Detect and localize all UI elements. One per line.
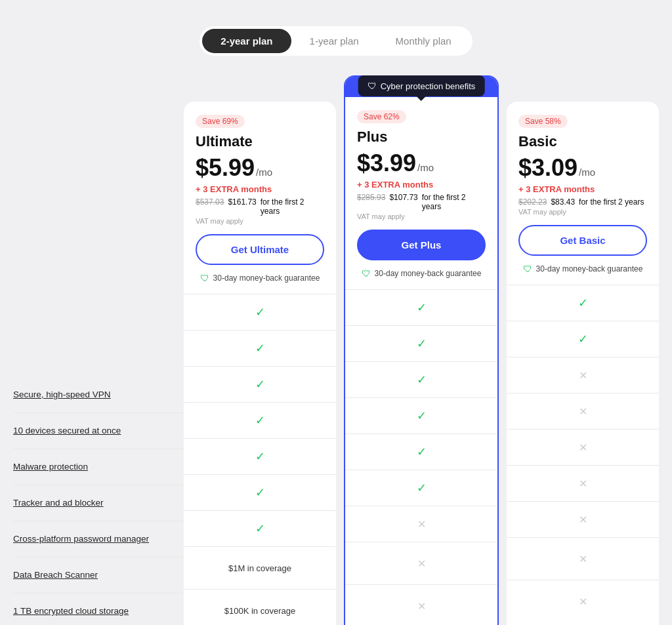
save-badge-ultimate: Save 69% <box>196 115 245 128</box>
shield-green-icon-plus: 🛡 <box>362 268 371 279</box>
feature-label-vpn[interactable]: Secure, high-speed VPN <box>13 389 111 401</box>
get-ultimate-button[interactable]: Get Ultimate <box>196 234 324 265</box>
check-icon: ✓ <box>417 336 427 351</box>
check-icon: ✓ <box>578 332 588 346</box>
cross-icon: ✕ <box>417 518 426 531</box>
plan-card-plus: Most popular Save 62% Plus $3.99 /mo + 3… <box>344 75 499 625</box>
price-dollar-basic: $3.09 <box>518 154 578 182</box>
price-dollar-plus: $3.99 <box>357 150 416 177</box>
feature-label-cloud[interactable]: 1 TB encrypted cloud storage <box>13 605 129 617</box>
money-back-text-ultimate: 30-day money-back guarantee <box>213 273 320 283</box>
price-total-label-basic: for the first 2 years <box>579 197 644 207</box>
price-mo-ultimate: /mo <box>256 167 272 178</box>
price-original-plus: $285.93 <box>357 193 385 202</box>
plan-name-plus: Plus <box>357 129 486 146</box>
check-icon: ✓ <box>578 296 588 310</box>
feature-label-breach[interactable]: Data Breach Scanner <box>13 569 98 581</box>
money-back-plus: 🛡 30-day money-back guarantee <box>357 268 486 279</box>
cross-icon: ✕ <box>579 595 587 608</box>
plan-tabs: 2-year plan 1-year plan Monthly plan <box>13 26 659 56</box>
plan-features-ultimate: ✓ ✓ ✓ ✓ ✓ ✓ ✓ $1M in coverage $100K in c… <box>184 294 336 625</box>
get-plus-button[interactable]: Get Plus <box>357 230 486 260</box>
check-icon: ✓ <box>255 377 265 392</box>
cross-icon: ✕ <box>579 553 587 565</box>
price-line-plus: $285.93 $107.73 for the first 2 years <box>357 193 486 211</box>
feature-password-plus: ✓ <box>345 433 497 470</box>
price-dollar-ultimate: $5.99 <box>196 154 255 182</box>
feature-password-basic: ✕ <box>507 429 659 465</box>
plan-name-ultimate: Ultimate <box>196 133 324 150</box>
get-basic-button[interactable]: Get Basic <box>518 225 647 256</box>
plan-body-basic: Save 58% Basic $3.09 /mo + 3 EXTRA month… <box>507 102 659 285</box>
feature-label-devices[interactable]: 10 devices secured at once <box>13 425 121 437</box>
price-total-basic: $83.43 <box>551 197 575 207</box>
money-back-text-basic: 30-day money-back guarantee <box>536 264 643 273</box>
feature-malware-plus: ✓ <box>345 361 497 397</box>
pricing-container: 2-year plan 1-year plan Monthly plan Sec… <box>13 13 659 625</box>
plan-features-plus: ✓ ✓ ✓ ✓ ✓ ✓ ✕ ✕ ✕ <box>345 289 497 625</box>
plans-area: 🛡 Cyber protection benefits Save 69% Ult… <box>184 75 659 625</box>
feature-row-devices: 10 devices secured at once <box>13 413 184 449</box>
price-total-label-plus: for the first 2 years <box>422 193 486 211</box>
plan-name-basic: Basic <box>518 133 647 150</box>
price-original-ultimate: $537.03 <box>196 197 224 207</box>
plan-features-basic: ✓ ✓ ✕ ✕ ✕ ✕ ✕ ✕ ✕ <box>507 285 659 622</box>
feature-extortion-plus: ✕ <box>345 584 497 625</box>
feature-malware-basic: ✕ <box>507 357 659 393</box>
feature-row-tracker: Tracker and ad blocker <box>13 485 184 521</box>
pricing-area: Secure, high-speed VPN 10 devices secure… <box>13 75 659 625</box>
cross-icon: ✕ <box>417 600 426 613</box>
check-icon: ✓ <box>417 445 427 459</box>
cross-icon: ✕ <box>579 441 587 454</box>
feature-identity-plus: ✕ <box>345 542 497 584</box>
feature-tracker-basic: ✕ <box>507 393 659 429</box>
feature-row-breach: Data Breach Scanner <box>13 557 184 594</box>
feature-label-tracker[interactable]: Tracker and ad blocker <box>13 497 104 509</box>
tab-2year[interactable]: 2-year plan <box>202 29 291 53</box>
tab-1year[interactable]: 1-year plan <box>291 29 377 53</box>
feature-identity-basic: ✕ <box>507 537 659 580</box>
check-icon: ✓ <box>255 449 265 464</box>
price-total-label-ultimate: for the first 2 years <box>261 197 324 216</box>
feature-devices-plus: ✓ <box>345 325 497 361</box>
cross-icon: ✕ <box>579 405 587 418</box>
price-original-basic: $202.23 <box>518 197 547 207</box>
feature-label-malware[interactable]: Malware protection <box>13 461 88 473</box>
feature-malware-ultimate: ✓ <box>184 366 336 402</box>
shield-green-icon-basic: 🛡 <box>523 264 532 274</box>
save-badge-plus: Save 62% <box>357 110 406 123</box>
check-icon: ✓ <box>255 485 265 500</box>
feature-tracker-plus: ✓ <box>345 397 497 433</box>
plan-price-ultimate: $5.99 /mo <box>196 154 324 182</box>
plan-body-ultimate: Save 69% Ultimate $5.99 /mo + 3 EXTRA mo… <box>184 102 336 294</box>
tab-wrapper: 2-year plan 1-year plan Monthly plan <box>200 26 472 56</box>
plan-card-ultimate: Save 69% Ultimate $5.99 /mo + 3 EXTRA mo… <box>184 102 336 625</box>
feature-tracker-ultimate: ✓ <box>184 402 336 438</box>
check-icon: ✓ <box>255 305 265 319</box>
cross-icon: ✕ <box>417 557 426 570</box>
tooltip-shield-icon: 🛡 <box>368 81 377 91</box>
cross-icon: ✕ <box>579 369 587 382</box>
tab-monthly[interactable]: Monthly plan <box>377 29 470 53</box>
feature-extortion-ultimate: $100K in coverage <box>184 589 336 625</box>
feature-label-password[interactable]: Cross-platform password manager <box>13 533 149 545</box>
feature-devices-basic: ✓ <box>507 321 659 357</box>
feature-row-password: Cross-platform password manager <box>13 521 184 557</box>
feature-devices-ultimate: ✓ <box>184 330 336 366</box>
price-mo-basic: /mo <box>579 167 595 178</box>
vat-plus: VAT may apply <box>357 212 486 220</box>
feature-cloud-plus: ✕ <box>345 506 497 542</box>
cross-icon: ✕ <box>579 514 587 526</box>
check-icon: ✓ <box>417 373 427 387</box>
check-icon: ✓ <box>255 521 265 536</box>
feature-cloud-basic: ✕ <box>507 501 659 537</box>
feature-identity-ultimate: $1M in coverage <box>184 546 336 589</box>
feature-vpn-plus: ✓ <box>345 289 497 325</box>
feature-vpn-ultimate: ✓ <box>184 294 336 330</box>
plan-body-plus: Save 62% Plus $3.99 /mo + 3 EXTRA months… <box>345 97 497 289</box>
feature-breach-ultimate: ✓ <box>184 474 336 510</box>
feature-row-vpn: Secure, high-speed VPN <box>13 377 184 413</box>
check-icon: ✓ <box>255 413 265 428</box>
extra-months-basic: + 3 EXTRA months <box>518 184 647 194</box>
price-line-ultimate: $537.03 $161.73 for the first 2 years <box>196 197 324 216</box>
